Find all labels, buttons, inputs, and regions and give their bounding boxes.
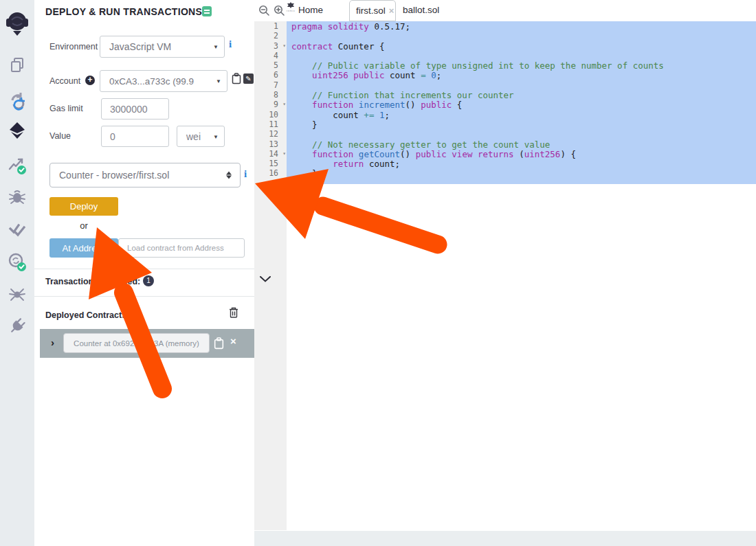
gas-limit-input[interactable] — [101, 98, 169, 120]
environment-info-icon[interactable]: i — [229, 38, 232, 50]
environment-select[interactable]: JavaScript VM ▼ — [100, 36, 225, 58]
clear-deployed-trash-icon[interactable] — [229, 307, 238, 318]
unit-testing-icon[interactable] — [0, 220, 34, 238]
terminal-panel[interactable] — [254, 531, 756, 546]
gutter-line[interactable]: 9▾ — [254, 100, 287, 109]
at-address-input[interactable] — [118, 238, 245, 258]
close-tab-icon[interactable]: × — [389, 5, 394, 16]
copy-account-icon[interactable] — [232, 73, 241, 84]
documentation-icon[interactable] — [202, 6, 212, 16]
deployed-contract-row: › Counter at 0x692...77b3A (memory) × — [40, 329, 254, 358]
gutter-line[interactable]: 1 — [254, 21, 287, 31]
gutter-line[interactable]: 5 — [254, 60, 287, 70]
deploy-and-run-icon[interactable] — [0, 121, 34, 140]
code-line[interactable] — [287, 130, 756, 139]
code-line[interactable] — [287, 32, 756, 41]
code-editor[interactable]: 123▾456789▾1011121314▾1516 pragma solidi… — [254, 21, 756, 546]
code-line[interactable]: pragma solidity 0.5.17; — [287, 22, 756, 32]
gutter-line[interactable]: 13 — [254, 139, 287, 149]
deploy-run-panel: DEPLOY & RUN TRANSACTIONS Environment Ja… — [34, 0, 254, 546]
add-account-icon[interactable]: + — [85, 76, 95, 85]
deploy-button[interactable]: Deploy — [49, 197, 118, 216]
gutter-line[interactable]: 16 — [254, 168, 287, 178]
code-line[interactable]: count += 1; — [287, 111, 756, 120]
transactions-count-badge: 1 — [143, 275, 154, 286]
gutter-line[interactable]: 4 — [254, 51, 287, 60]
solidity-compiler-icon[interactable] — [0, 91, 34, 113]
value-unit-select[interactable]: wei ▼ — [177, 126, 225, 147]
edit-account-icon[interactable]: ✎ — [243, 73, 254, 84]
tab-home[interactable]: Home — [298, 5, 323, 15]
code-line[interactable]: return count; — [287, 159, 756, 169]
remix-logo-icon[interactable] — [0, 9, 34, 38]
debugger-icon[interactable] — [0, 187, 34, 205]
collapse-chevron-icon[interactable] — [260, 276, 271, 282]
gutter-line[interactable]: 15 — [254, 159, 287, 168]
contract-info-icon[interactable]: i — [244, 168, 247, 180]
remove-contract-icon[interactable]: × — [230, 335, 236, 347]
code-line[interactable]: contract Counter { — [287, 42, 756, 52]
account-select[interactable]: 0xCA3...a733c (99.9 ▼ — [100, 70, 227, 92]
at-address-button[interactable]: At Address — [49, 238, 118, 258]
gutter-line[interactable]: 2 — [254, 31, 287, 41]
fold-arrow-icon[interactable]: ▾ — [282, 41, 286, 51]
editor-tabbar: remix Home first.sol × ballot.sol — [254, 0, 756, 21]
gutter-line[interactable]: 7 — [254, 80, 287, 90]
sort-arrows-icon — [226, 172, 232, 179]
code-line[interactable]: } — [287, 120, 756, 130]
fold-arrow-icon[interactable]: ▾ — [282, 100, 286, 109]
file-explorer-icon[interactable] — [0, 56, 34, 74]
code-line[interactable] — [287, 81, 756, 91]
static-analysis-icon[interactable] — [0, 155, 34, 176]
gutter-line[interactable]: 8 — [254, 90, 287, 100]
gutter-line[interactable]: 14▾ — [254, 149, 287, 159]
icon-rail — [0, 0, 34, 546]
code-line[interactable]: } — [287, 169, 756, 179]
code-line[interactable] — [287, 52, 756, 61]
gutter-line[interactable]: 11 — [254, 120, 287, 129]
zoom-in-icon[interactable] — [274, 5, 285, 16]
gutter-line[interactable]: 6 — [254, 70, 287, 80]
code-line[interactable]: uint256 public count = 0; — [287, 71, 756, 80]
panel-title: DEPLOY & RUN TRANSACTIONS — [45, 6, 202, 17]
environment-label: Environment — [49, 42, 98, 52]
copy-address-icon[interactable] — [214, 337, 224, 350]
remix-home-icon: remix — [286, 3, 296, 12]
expand-chevron-icon[interactable]: › — [51, 337, 54, 348]
deployed-contract-button[interactable]: Counter at 0x692...77b3A (memory) — [63, 333, 210, 353]
gutter-line[interactable]: 10 — [254, 110, 287, 120]
code-line[interactable]: // Not necessary getter to get the count… — [287, 140, 756, 150]
chevron-down-icon: ▼ — [216, 78, 221, 84]
account-label: Account — [49, 76, 80, 86]
code-line[interactable]: function getCount() public view returns … — [287, 150, 756, 159]
code-lines[interactable]: pragma solidity 0.5.17;contract Counter … — [287, 22, 756, 179]
contract-select[interactable]: Counter - browser/first.sol — [49, 163, 241, 187]
divider — [34, 269, 254, 269]
gutter-line[interactable]: 3▾ — [254, 41, 287, 51]
editor: remix Home first.sol × ballot.sol 123▾45… — [254, 0, 756, 546]
value-label: Value — [49, 131, 71, 141]
gas-limit-label: Gas limit — [49, 104, 83, 113]
or-label: or — [49, 220, 118, 231]
fold-arrow-icon[interactable]: ▾ — [282, 149, 286, 159]
value-input[interactable] — [101, 126, 169, 147]
tab-ballot-sol[interactable]: ballot.sol — [403, 5, 439, 15]
solhint-spider-icon[interactable] — [0, 286, 34, 304]
chevron-down-icon: ▼ — [213, 44, 219, 50]
code-line[interactable]: function increment() public { — [287, 100, 756, 110]
deployed-contracts-label: Deployed Contracts — [45, 310, 126, 320]
zoom-out-icon[interactable] — [258, 5, 270, 16]
code-line[interactable]: // Public variable of type unsigned int … — [287, 61, 756, 71]
chevron-down-icon: ▼ — [213, 133, 219, 139]
gutter-line[interactable]: 12 — [254, 129, 287, 139]
transactions-recorded-label: Transactions recorded: — [45, 277, 140, 286]
source-verification-icon[interactable] — [0, 252, 34, 273]
code-line[interactable]: // Function that increments our counter — [287, 91, 756, 100]
tab-first-sol[interactable]: first.sol × — [349, 0, 396, 21]
plugin-manager-icon[interactable] — [0, 317, 34, 335]
divider — [34, 296, 254, 297]
